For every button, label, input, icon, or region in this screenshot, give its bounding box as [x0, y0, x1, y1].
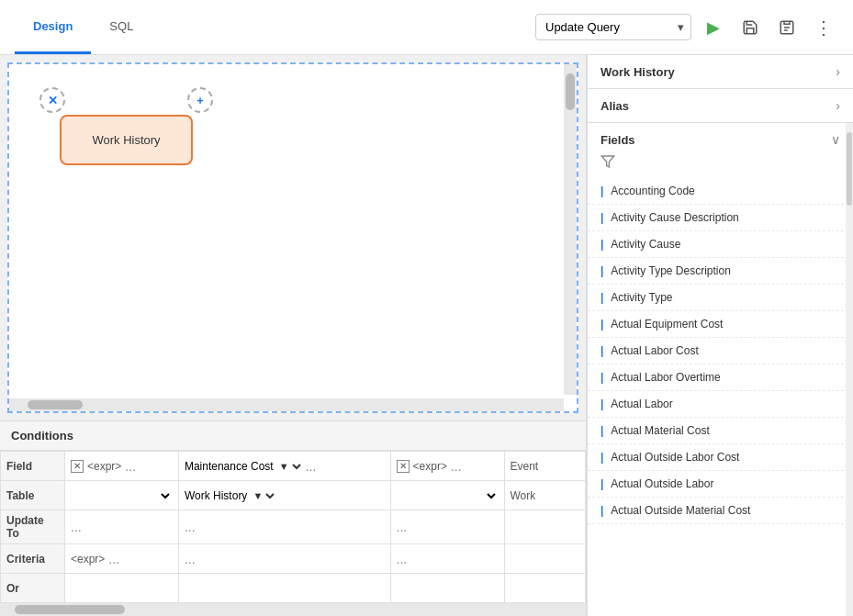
fields-list: | Accounting Code | Activity Cause Descr…	[588, 178, 853, 616]
tab-bar: Design SQL	[15, 0, 152, 54]
canvas-hscroll-thumb[interactable]	[28, 400, 83, 409]
tab-sql[interactable]: SQL	[91, 0, 152, 54]
add-node-button[interactable]: +	[187, 87, 213, 113]
field-dots-3[interactable]: ...	[451, 459, 462, 474]
field-cell-2: Maintenance Cost ▼ ...	[178, 452, 390, 481]
list-item[interactable]: | Activity Type Description	[588, 258, 853, 285]
right-panel: Work History › Alias › Fields ∨	[587, 55, 853, 616]
fields-vscroll-thumb[interactable]	[847, 132, 852, 206]
list-item[interactable]: | Activity Cause	[588, 231, 853, 258]
list-item[interactable]: | Accounting Code	[588, 178, 853, 205]
update-dots-3[interactable]: ...	[397, 520, 408, 534]
field-icon: |	[600, 264, 603, 277]
table-cell-2: Work History ▼	[178, 481, 390, 510]
field-icon: |	[600, 291, 603, 304]
fields-vscrollbar[interactable]	[846, 123, 853, 616]
alias-label: Alias	[600, 99, 629, 113]
tab-design[interactable]: Design	[15, 0, 91, 54]
update-cell-1: ...	[65, 510, 179, 544]
query-type-select[interactable]: Update Query Select Query Insert Query D…	[535, 14, 691, 40]
table-row: Criteria <expr> ... ... ...	[1, 544, 586, 574]
canvas-area: ✕ + Work History Conditions	[0, 55, 587, 616]
work-history-node: ✕ + Work History	[60, 115, 193, 165]
list-item[interactable]: | Actual Labor	[588, 391, 853, 418]
field-icon: |	[600, 424, 603, 437]
list-item[interactable]: | Activity Type	[588, 285, 853, 311]
fields-section: Fields ∨ | Accounting Code | Activity Ca…	[588, 123, 853, 616]
wh-table-select[interactable]: ▼	[249, 489, 277, 502]
criteria-dots-3[interactable]: ...	[397, 552, 408, 566]
update-dots-1[interactable]: ...	[71, 520, 82, 534]
list-item[interactable]: | Actual Equipment Cost	[588, 311, 853, 338]
canvas-vscroll-thumb[interactable]	[566, 73, 575, 110]
list-item[interactable]: | Actual Material Cost	[588, 418, 853, 444]
field-icon: |	[600, 185, 603, 197]
table-select-3[interactable]	[397, 488, 499, 503]
alias-section: Alias ›	[588, 89, 853, 123]
update-cell-3: ...	[390, 510, 504, 544]
maint-dots[interactable]: ...	[306, 459, 317, 474]
list-item[interactable]: | Actual Outside Labor Cost	[588, 444, 853, 471]
row-header-table: Table	[1, 481, 65, 510]
field-cell-1: ✕ <expr> ...	[65, 452, 179, 481]
field-check-3[interactable]: ✕	[397, 460, 410, 473]
list-item[interactable]: | Actual Labor Cost	[588, 338, 853, 364]
work-history-header[interactable]: Work History ›	[588, 55, 853, 88]
row-header-update: Update To	[1, 510, 65, 544]
svg-marker-1	[601, 156, 613, 167]
table-row: Or	[1, 574, 586, 603]
field-icon: |	[600, 477, 603, 490]
canvas-hscrollbar[interactable]	[9, 398, 564, 411]
alias-chevron: ›	[836, 98, 840, 113]
conditions-hscroll-thumb[interactable]	[15, 605, 125, 614]
update-cell-4	[504, 510, 586, 544]
fields-filter-icon[interactable]	[588, 152, 853, 178]
query-canvas: ✕ + Work History	[7, 62, 578, 413]
or-cell-4	[504, 574, 586, 603]
alias-header[interactable]: Alias ›	[588, 89, 853, 122]
more-button[interactable]: ⋮	[809, 13, 838, 42]
criteria-dots-2[interactable]: ...	[185, 552, 196, 566]
or-cell-3	[390, 574, 504, 603]
run-button[interactable]: ▶	[699, 13, 728, 42]
row-header-criteria: Criteria	[1, 544, 65, 574]
remove-node-button[interactable]: ✕	[39, 87, 65, 113]
field-icon: |	[600, 371, 603, 384]
table-cell-1	[65, 481, 179, 510]
row-header-field: Field	[1, 452, 65, 481]
list-item[interactable]: | Actual Outside Material Cost	[588, 498, 853, 524]
update-dots-2[interactable]: ...	[185, 520, 196, 534]
list-item[interactable]: | Actual Outside Labor	[588, 471, 853, 498]
conditions-title: Conditions	[0, 421, 586, 451]
maint-cost-select[interactable]: ▼	[275, 460, 304, 473]
field-check-1[interactable]: ✕	[71, 460, 84, 473]
conditions-hscrollbar[interactable]	[0, 603, 586, 616]
main-area: ✕ + Work History Conditions	[0, 55, 853, 616]
field-dots-1[interactable]: ...	[125, 459, 136, 474]
list-item[interactable]: | Actual Labor Overtime	[588, 364, 853, 391]
criteria-cell-1: <expr> ...	[65, 544, 179, 574]
work-history-box[interactable]: Work History	[60, 115, 193, 165]
fields-header[interactable]: Fields ∨	[588, 123, 853, 152]
or-cell-2	[178, 574, 390, 603]
query-select-wrap: Update Query Select Query Insert Query D…	[535, 14, 691, 40]
criteria-dots-1[interactable]: ...	[108, 552, 119, 566]
fields-collapse-icon: ∨	[831, 132, 840, 147]
save-button[interactable]	[735, 13, 765, 42]
table-select-1[interactable]	[71, 488, 173, 503]
table-cell-3	[390, 481, 504, 510]
field-icon: |	[600, 318, 603, 330]
work-history-chevron: ›	[836, 64, 840, 79]
criteria-cell-4	[504, 544, 586, 574]
criteria-cell-3: ...	[390, 544, 504, 574]
saveas-button[interactable]	[772, 13, 802, 42]
field-icon: |	[600, 344, 603, 357]
table-row: Table Work History ▼	[1, 481, 586, 510]
canvas-vscrollbar[interactable]	[564, 64, 577, 395]
update-cell-2: ...	[178, 510, 390, 544]
field-icon: |	[600, 238, 603, 251]
conditions-area: Conditions Field ✕ <expr> ...	[0, 420, 586, 616]
criteria-cell-2: ...	[178, 544, 390, 574]
fields-title: Fields	[600, 133, 635, 147]
list-item[interactable]: | Activity Cause Description	[588, 205, 853, 231]
